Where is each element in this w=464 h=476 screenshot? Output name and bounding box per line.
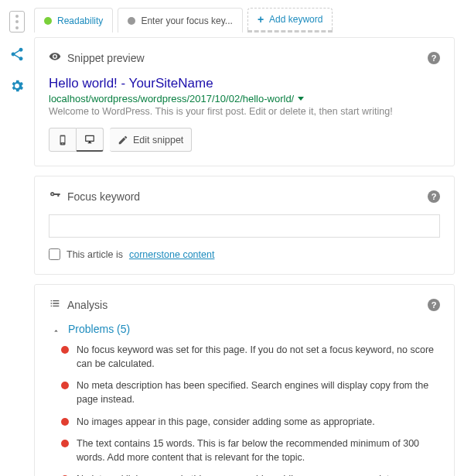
problem-text: The text contains 15 words. This is far … <box>77 437 440 464</box>
red-dot-icon <box>61 440 69 447</box>
problem-item: The text contains 15 words. This is far … <box>61 437 440 464</box>
focus-header: Focus keyword <box>67 190 140 203</box>
mobile-preview-button[interactable] <box>49 128 77 152</box>
status-dot-green-icon <box>44 17 52 25</box>
tab-add-keyword-label: Add keyword <box>269 14 322 25</box>
snippet-header: Snippet preview <box>67 52 145 64</box>
plus-icon: + <box>258 14 264 25</box>
tab-focus-keyword[interactable]: Enter your focus key... <box>118 8 243 33</box>
help-icon[interactable]: ? <box>428 52 440 64</box>
red-dot-icon <box>61 382 69 389</box>
eye-icon <box>49 50 61 65</box>
serp-title: Hello world! - YourSiteName <box>49 76 440 91</box>
status-dot-gray-icon <box>128 17 135 25</box>
tab-readability-label: Readability <box>57 15 103 26</box>
key-icon <box>49 189 61 204</box>
problem-item: No images appear in this page, consider … <box>61 415 440 429</box>
gear-icon[interactable] <box>9 78 25 96</box>
snippet-panel: Snippet preview ? Hello world! - YourSit… <box>34 37 455 166</box>
red-dot-icon <box>61 418 69 426</box>
list-icon <box>49 297 61 312</box>
problem-text: No images appear in this page, consider … <box>77 415 375 429</box>
problem-text: No meta description has been specified. … <box>77 378 440 406</box>
tab-readability[interactable]: Readability <box>34 8 113 33</box>
desktop-preview-button[interactable] <box>77 128 104 152</box>
problems-list: No focus keyword was set for this page. … <box>61 343 440 476</box>
traffic-light-icon[interactable] <box>9 11 25 33</box>
serp-url-row[interactable]: localhost/wordpress/wordpress/2017/10/02… <box>49 93 440 104</box>
share-icon[interactable] <box>9 46 25 64</box>
serp-description: Welcome to WordPress. This is your first… <box>49 106 440 117</box>
caret-down-icon <box>298 97 304 101</box>
edit-snippet-button[interactable]: Edit snippet <box>110 128 192 152</box>
red-dot-icon <box>61 346 69 354</box>
problems-label: Problems (5) <box>68 323 130 335</box>
cornerstone-label-prefix: This article is <box>67 249 123 260</box>
edit-snippet-label: Edit snippet <box>133 135 183 146</box>
tab-focus-placeholder: Enter your focus key... <box>141 15 233 26</box>
tab-add-keyword[interactable]: + Add keyword <box>247 8 333 33</box>
problem-text: No internal links appear in this page, c… <box>77 472 397 476</box>
analysis-header-label: Analysis <box>67 299 107 311</box>
analysis-panel: Analysis ? Problems (5) No focus keyword… <box>34 284 455 476</box>
desktop-icon <box>84 134 95 145</box>
problem-text: No focus keyword was set for this page. … <box>77 343 440 371</box>
serp-url: localhost/wordpress/wordpress/2017/10/02… <box>49 93 294 104</box>
problem-item: No meta description has been specified. … <box>61 378 440 406</box>
help-icon[interactable]: ? <box>428 190 440 203</box>
focus-keyword-input[interactable] <box>49 214 440 238</box>
problems-toggle[interactable]: Problems (5) <box>52 323 440 335</box>
problem-item: No focus keyword was set for this page. … <box>61 343 440 371</box>
cornerstone-checkbox[interactable] <box>49 248 60 260</box>
cornerstone-link[interactable]: cornerstone content <box>129 249 215 260</box>
problem-item: No internal links appear in this page, c… <box>61 472 440 476</box>
pencil-icon <box>118 135 128 146</box>
help-icon[interactable]: ? <box>428 299 440 311</box>
mobile-icon <box>57 135 68 146</box>
focus-keyword-panel: Focus keyword ? This article is cornerst… <box>34 176 455 275</box>
chevron-up-icon <box>52 325 60 334</box>
